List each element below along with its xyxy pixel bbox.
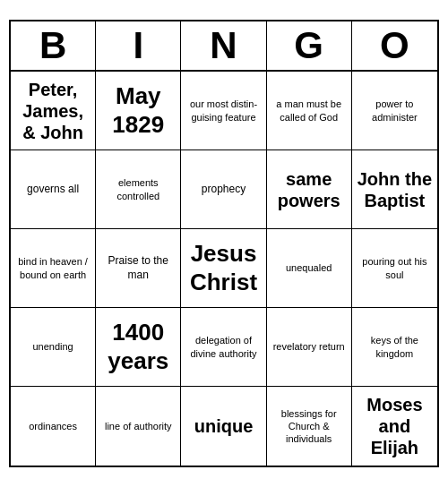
bingo-cell-9: John the Baptist	[352, 150, 437, 229]
bingo-cell-4: power to administer	[352, 72, 437, 150]
bingo-header: BINGO	[11, 21, 437, 72]
bingo-cell-7: prophecy	[181, 150, 266, 229]
cell-text-6: elements controlled	[99, 176, 177, 202]
cell-text-12: Jesus Christ	[185, 240, 262, 295]
bingo-cell-8: same powers	[267, 150, 352, 229]
bingo-cell-21: line of authority	[96, 387, 181, 466]
cell-text-20: ordinances	[29, 420, 77, 432]
bingo-cell-24: Moses and Elijah	[352, 387, 437, 466]
cell-text-1: May 1829	[99, 82, 177, 138]
header-letter-i: I	[96, 21, 181, 70]
cell-text-15: unending	[32, 340, 73, 353]
bingo-cell-5: governs all	[11, 150, 96, 229]
bingo-cell-10: bind in heaven / bound on earth	[11, 229, 96, 308]
bingo-cell-22: unique	[181, 387, 266, 466]
cell-text-2: our most distin-guising feature	[185, 98, 262, 124]
cell-text-24: Moses and Elijah	[356, 394, 434, 458]
header-letter-g: G	[267, 21, 352, 70]
bingo-cell-3: a man must be called of God	[267, 72, 352, 150]
bingo-cell-19: keys of the kingdom	[352, 308, 437, 387]
cell-text-3: a man must be called of God	[271, 98, 348, 124]
bingo-cell-14: pouring out his soul	[352, 229, 437, 308]
bingo-cell-12: Jesus Christ	[181, 229, 266, 308]
cell-text-11: Praise to the man	[99, 254, 177, 282]
header-letter-o: O	[352, 21, 437, 70]
bingo-cell-20: ordinances	[11, 387, 96, 466]
bingo-cell-6: elements controlled	[96, 150, 181, 229]
cell-text-23: blessings for Church & individuals	[271, 407, 348, 446]
cell-text-16: 1400 years	[99, 319, 177, 374]
cell-text-8: same powers	[271, 168, 348, 211]
cell-text-9: John the Baptist	[356, 168, 434, 211]
header-letter-n: N	[181, 21, 266, 70]
cell-text-7: prophecy	[202, 183, 246, 197]
bingo-card: BINGO Peter, James, & JohnMay 1829our mo…	[9, 20, 439, 467]
bingo-cell-16: 1400 years	[96, 308, 181, 387]
bingo-cell-0: Peter, James, & John	[11, 72, 96, 150]
cell-text-0: Peter, James, & John	[14, 79, 91, 143]
header-letter-b: B	[11, 21, 96, 70]
cell-text-17: delegation of divine authority	[185, 334, 262, 360]
bingo-grid: Peter, James, & JohnMay 1829our most dis…	[11, 72, 437, 466]
cell-text-18: revelatory return	[273, 340, 345, 353]
bingo-cell-15: unending	[11, 308, 96, 387]
bingo-cell-23: blessings for Church & individuals	[267, 387, 352, 466]
bingo-cell-2: our most distin-guising feature	[181, 72, 266, 150]
cell-text-19: keys of the kingdom	[356, 334, 434, 360]
cell-text-22: unique	[194, 415, 254, 437]
bingo-cell-17: delegation of divine authority	[181, 308, 266, 387]
cell-text-4: power to administer	[356, 98, 434, 124]
bingo-cell-1: May 1829	[96, 72, 181, 150]
cell-text-14: pouring out his soul	[356, 255, 434, 281]
cell-text-10: bind in heaven / bound on earth	[14, 255, 91, 281]
bingo-cell-11: Praise to the man	[96, 229, 181, 308]
cell-text-13: unequaled	[286, 261, 332, 274]
bingo-cell-13: unequaled	[267, 229, 352, 308]
cell-text-21: line of authority	[105, 420, 172, 432]
bingo-cell-18: revelatory return	[267, 308, 352, 387]
cell-text-5: governs all	[27, 183, 79, 197]
